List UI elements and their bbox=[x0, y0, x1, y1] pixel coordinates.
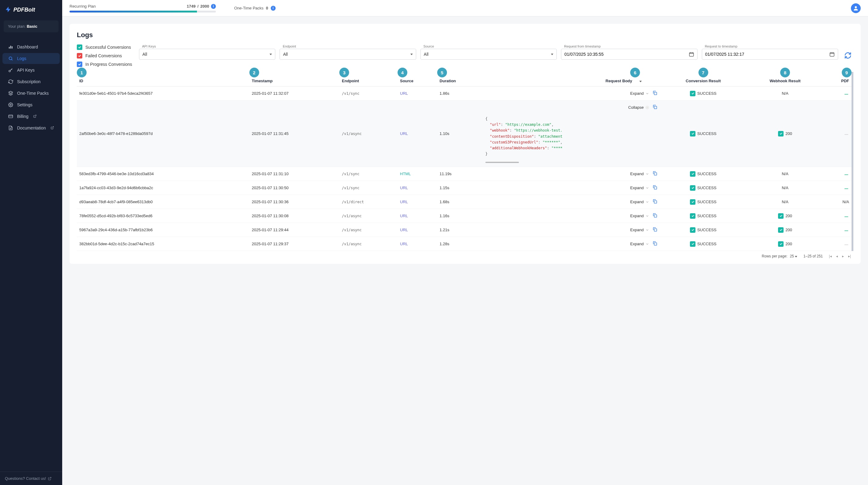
cell-endpoint: /v1/async bbox=[339, 209, 398, 223]
to-date-input[interactable] bbox=[702, 49, 838, 60]
refresh-button[interactable] bbox=[842, 50, 854, 61]
sidebar-item-documentation[interactable]: Documentation bbox=[2, 123, 60, 133]
conversion-status: SUCCESS bbox=[697, 199, 716, 204]
svg-rect-9 bbox=[830, 53, 834, 56]
pagination: Rows per page: 25 1–25 of 251 |◂ ◂ ▸ ▸| bbox=[77, 251, 854, 261]
svg-rect-17 bbox=[654, 243, 657, 245]
sidebar-item-logs[interactable]: Logs bbox=[2, 53, 60, 64]
expand-button[interactable]: Expand bbox=[630, 241, 649, 246]
sidebar-item-api-keys[interactable]: API Keys bbox=[2, 65, 60, 75]
copy-button[interactable] bbox=[652, 185, 658, 191]
endpoint-select[interactable]: All bbox=[280, 49, 416, 60]
sidebar-item-subscription[interactable]: Subscription bbox=[2, 76, 60, 87]
download-button[interactable] bbox=[844, 228, 849, 233]
topbar: Recurring Plan 1749 / 2000 i One-Time Pa… bbox=[62, 0, 868, 17]
sidebar-item-settings[interactable]: Settings bbox=[2, 99, 60, 110]
expand-button[interactable]: Expand bbox=[630, 186, 649, 190]
refresh-icon bbox=[8, 79, 13, 84]
expand-button[interactable]: Expand bbox=[630, 199, 649, 204]
first-page-button[interactable]: |◂ bbox=[829, 254, 832, 258]
info-icon[interactable]: i bbox=[271, 6, 276, 11]
checkbox-icon bbox=[77, 62, 82, 67]
chevron-up-icon bbox=[645, 106, 649, 109]
apikeys-select[interactable]: All bbox=[139, 49, 275, 60]
download-button[interactable] bbox=[844, 172, 849, 177]
sidebar-item-label: API Keys bbox=[17, 68, 35, 72]
cell-endpoint: /v1/direct bbox=[339, 195, 398, 209]
check-icon bbox=[690, 227, 695, 233]
column-badge: 3 bbox=[339, 68, 349, 77]
svg-rect-2 bbox=[11, 46, 12, 48]
chevron-down-icon bbox=[645, 228, 649, 232]
check-icon bbox=[690, 213, 695, 219]
copy-button[interactable] bbox=[652, 241, 658, 247]
cell-source: URL bbox=[400, 199, 408, 204]
page-title: Logs bbox=[77, 31, 854, 39]
copy-button[interactable] bbox=[652, 90, 658, 97]
sidebar-footer[interactable]: Questions? Contact us! bbox=[0, 472, 62, 485]
column-badge: 4 bbox=[398, 68, 407, 77]
check-icon bbox=[690, 199, 695, 205]
copy-button[interactable] bbox=[652, 227, 658, 233]
expand-button[interactable]: Expand bbox=[630, 91, 649, 96]
sidebar-item-label: Logs bbox=[17, 56, 26, 61]
prev-page-button[interactable]: ◂ bbox=[836, 254, 838, 258]
rpp-select[interactable]: 25 bbox=[790, 254, 798, 258]
svg-rect-0 bbox=[9, 47, 10, 48]
checkbox-in-progress-conversions[interactable]: In Progress Conversions bbox=[77, 62, 135, 67]
avatar[interactable] bbox=[851, 3, 861, 13]
th-source: 4Source bbox=[398, 72, 437, 87]
copy-button[interactable] bbox=[652, 199, 658, 205]
from-date-input[interactable] bbox=[561, 49, 697, 60]
cell-id: 1a7fa924-cc03-43d3-9e2d-94d6b6cbba2c bbox=[77, 181, 249, 195]
webhook-status: 200 bbox=[785, 228, 792, 232]
chevron-down-icon bbox=[645, 92, 649, 95]
copy-button[interactable] bbox=[652, 171, 658, 177]
webhook-status: N/A bbox=[782, 186, 788, 190]
copy-button[interactable] bbox=[652, 213, 658, 219]
webhook-status: N/A bbox=[782, 199, 788, 204]
expand-button[interactable]: Expand bbox=[630, 214, 649, 218]
chevron-down-icon[interactable] bbox=[639, 81, 642, 82]
next-page-button[interactable]: ▸ bbox=[842, 254, 844, 258]
cell-duration: 1.86s bbox=[437, 87, 483, 100]
copy-button[interactable] bbox=[652, 104, 658, 110]
cell-timestamp: 2025-01-07 11:32:07 bbox=[249, 87, 340, 100]
scroll-indicator[interactable] bbox=[485, 162, 519, 163]
cell-source: URL bbox=[400, 186, 408, 190]
svg-rect-11 bbox=[654, 106, 657, 109]
download-button[interactable] bbox=[844, 187, 849, 191]
table-row: d93aeab8-78df-4cb7-a4f9-085ee6313db0 202… bbox=[77, 195, 851, 209]
chevron-down-icon bbox=[645, 172, 649, 176]
checkbox-failed-conversions[interactable]: Failed Conversions bbox=[77, 53, 135, 59]
bar-chart-icon bbox=[8, 44, 13, 50]
cell-duration: 11.19s bbox=[437, 167, 483, 181]
svg-rect-16 bbox=[654, 229, 657, 231]
svg-rect-10 bbox=[654, 92, 657, 95]
sidebar-item-label: Settings bbox=[17, 102, 33, 107]
checkbox-successful-conversions[interactable]: Successful Conversions bbox=[77, 44, 135, 50]
expand-button[interactable]: Expand bbox=[630, 228, 649, 232]
lightning-icon bbox=[5, 6, 11, 14]
sidebar-item-billing[interactable]: Billing bbox=[2, 111, 60, 122]
expand-button[interactable]: Expand bbox=[630, 171, 649, 176]
cell-id: d93aeab8-78df-4cb7-a4f9-085ee6313db0 bbox=[77, 195, 249, 209]
collapse-button[interactable]: Collapse bbox=[628, 105, 649, 110]
th-duration: 5Duration bbox=[437, 72, 483, 87]
download-button[interactable] bbox=[844, 92, 849, 97]
card-icon bbox=[8, 114, 13, 119]
cell-duration: 1.21s bbox=[437, 223, 483, 237]
cell-id: 2af50be6-3e0c-48f7-b478-e1289da0597d bbox=[77, 100, 249, 167]
check-icon bbox=[690, 241, 695, 247]
sidebar-item-one-time-packs[interactable]: One-Time Packs bbox=[2, 88, 60, 99]
last-page-button[interactable]: ▸| bbox=[848, 254, 851, 258]
sidebar-item-dashboard[interactable]: Dashboard bbox=[2, 41, 60, 53]
checkbox-label: Failed Conversions bbox=[85, 53, 122, 58]
onetime-label: One-Time Packs bbox=[234, 6, 264, 10]
download-button[interactable] bbox=[844, 215, 849, 219]
cell-timestamp: 2025-01-07 11:30:08 bbox=[249, 209, 340, 223]
source-select[interactable]: All bbox=[421, 49, 557, 60]
brand-name: PDFBolt bbox=[13, 7, 35, 13]
main: Recurring Plan 1749 / 2000 i One-Time Pa… bbox=[62, 0, 868, 485]
info-icon[interactable]: i bbox=[211, 4, 216, 9]
